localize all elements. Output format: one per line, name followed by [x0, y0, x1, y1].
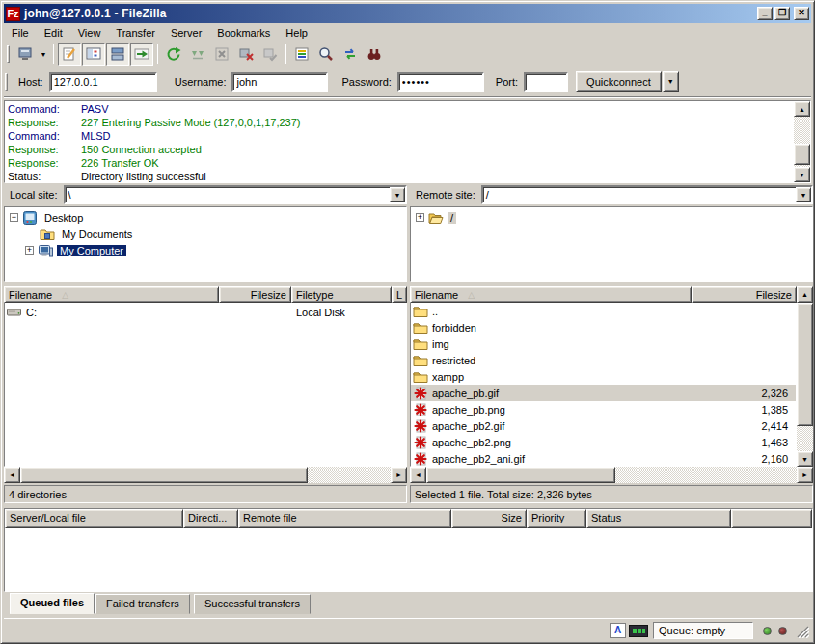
log-scroll-thumb[interactable]	[794, 144, 810, 165]
queue-col-priority[interactable]: Priority	[527, 509, 586, 528]
find-files-button[interactable]	[363, 43, 386, 66]
tree-item-root[interactable]: + /	[416, 209, 456, 226]
remote-hscrollbar[interactable]: ◄ ►	[410, 467, 813, 483]
menu-file[interactable]: File	[4, 25, 37, 40]
toggle-message-log-button[interactable]	[58, 43, 81, 66]
queue-col-remote-file[interactable]: Remote file	[238, 509, 451, 528]
scroll-down-icon[interactable]: ▼	[794, 167, 810, 182]
queue-col-size[interactable]: Size	[451, 509, 527, 528]
tree-item-my-documents[interactable]: My Documents	[40, 226, 135, 242]
host-input[interactable]	[49, 72, 157, 92]
remote-file-row[interactable]: forbidden	[411, 319, 796, 335]
message-log[interactable]: Command:PASV Response:227 Entering Passi…	[4, 100, 811, 183]
transfer-queue[interactable]: Server/Local file Directi... Remote file…	[4, 508, 813, 592]
socket-status-icon[interactable]	[629, 625, 648, 637]
remote-vscroll-thumb[interactable]	[797, 303, 813, 426]
cancel-operation-button[interactable]	[210, 43, 233, 66]
port-input[interactable]	[524, 72, 568, 92]
combo-dropdown-icon[interactable]: ▼	[796, 187, 811, 202]
local-file-list[interactable]: C: Local Disk	[4, 303, 407, 467]
toggle-transfer-queue-button[interactable]	[130, 43, 153, 66]
log-line: Command:PASV	[8, 102, 793, 116]
remote-col-filesize[interactable]: Filesize	[692, 286, 797, 303]
reconnect-button[interactable]	[258, 43, 282, 66]
close-button[interactable]: ✕	[794, 7, 809, 20]
quickconnect-button[interactable]: Quickconnect	[576, 71, 662, 92]
local-site-combo[interactable]: \ ▼	[64, 185, 407, 204]
tab-successful-transfers[interactable]: Successful transfers	[194, 594, 311, 614]
queue-col-local-file[interactable]: Server/Local file	[5, 509, 183, 528]
binoculars-icon	[367, 46, 382, 62]
quickconnect-grip[interactable]	[5, 73, 8, 91]
tab-failed-transfers[interactable]: Failed transfers	[95, 594, 190, 614]
scroll-down-icon[interactable]: ▼	[797, 451, 813, 467]
scroll-right-icon[interactable]: ►	[797, 467, 813, 483]
local-col-last-modified[interactable]: L	[392, 286, 407, 303]
process-queue-button[interactable]	[186, 43, 209, 66]
quickconnect-bar: Host: Username: Password: Port: Quickcon…	[4, 67, 811, 97]
menu-help[interactable]: Help	[278, 25, 315, 40]
scroll-left-icon[interactable]: ◄	[4, 467, 20, 483]
title-bar[interactable]: Fz john@127.0.0.1 - FileZilla _ ❒ ✕	[4, 4, 811, 23]
menu-view[interactable]: View	[70, 25, 109, 40]
remote-tree[interactable]: + /	[410, 206, 813, 282]
local-file-row[interactable]: C: Local Disk	[5, 304, 406, 320]
collapse-icon[interactable]: −	[10, 213, 18, 222]
log-scrollbar[interactable]: ▲ ▼	[794, 101, 810, 182]
scroll-up-icon[interactable]: ▲	[794, 101, 810, 117]
local-hscroll-thumb[interactable]	[20, 467, 308, 483]
remote-file-row[interactable]: xampp	[411, 368, 796, 385]
remote-file-row[interactable]: ..	[411, 303, 796, 319]
queue-col-status[interactable]: Status	[586, 509, 731, 528]
combo-dropdown-icon[interactable]: ▼	[390, 187, 405, 202]
remote-vscrollbar[interactable]: ▼	[797, 303, 813, 467]
remote-file-list[interactable]: .. forbidden img restricted xampp apache…	[410, 303, 797, 467]
remote-site-combo[interactable]: / ▼	[481, 185, 813, 204]
menu-server[interactable]: Server	[163, 25, 209, 40]
menu-transfer[interactable]: Transfer	[108, 25, 163, 40]
scroll-left-icon[interactable]: ◄	[410, 467, 426, 483]
local-tree[interactable]: − Desktop My Documents + My Computer	[4, 206, 407, 282]
transfer-queue-icon	[134, 46, 149, 62]
remote-file-row[interactable]: img	[411, 335, 796, 352]
local-hscrollbar[interactable]: ◄ ►	[4, 467, 407, 483]
ascii-transfer-type-icon[interactable]: A	[610, 623, 626, 638]
maximize-button[interactable]: ❒	[774, 7, 790, 20]
directory-comparison-button[interactable]	[314, 43, 338, 66]
tree-item-my-computer[interactable]: + My Computer	[25, 242, 126, 258]
remote-file-row[interactable]: apache_pb.png 1,385	[411, 401, 796, 417]
toolbar-grip[interactable]	[7, 45, 10, 63]
resize-grip[interactable]	[795, 624, 809, 638]
password-input[interactable]	[397, 72, 484, 92]
directory-listing-filters-button[interactable]	[290, 43, 313, 66]
toggle-local-tree-button[interactable]	[82, 43, 105, 66]
menu-edit[interactable]: Edit	[37, 25, 70, 40]
disconnect-button[interactable]	[234, 43, 258, 66]
remote-file-row-selected[interactable]: apache_pb.gif 2,326	[411, 385, 796, 401]
toggle-remote-tree-button[interactable]	[106, 43, 129, 66]
remote-hscroll-thumb[interactable]	[426, 467, 615, 483]
remote-file-row[interactable]: apache_pb2.gif 2,414	[411, 417, 796, 434]
local-col-filetype[interactable]: Filetype	[291, 286, 392, 303]
menu-bookmarks[interactable]: Bookmarks	[209, 25, 278, 40]
site-manager-button[interactable]	[14, 43, 37, 66]
remote-file-row[interactable]: restricted	[411, 352, 796, 368]
synchronized-browsing-button[interactable]	[339, 43, 362, 66]
scroll-right-icon[interactable]: ►	[391, 467, 407, 483]
remote-col-filename[interactable]: Filename△	[410, 286, 692, 303]
refresh-button[interactable]	[162, 43, 185, 66]
remote-file-row[interactable]: apache_pb2.png 1,463	[411, 434, 796, 450]
expand-icon[interactable]: +	[25, 246, 34, 255]
minimize-button[interactable]: _	[757, 7, 773, 20]
queue-col-direction[interactable]: Directi...	[183, 509, 238, 528]
quickconnect-dropdown[interactable]: ▼	[663, 71, 679, 92]
local-col-filesize[interactable]: Filesize	[219, 286, 291, 303]
remote-file-row[interactable]: apache_pb2_ani.gif 2,160	[411, 450, 796, 467]
username-input[interactable]	[231, 72, 328, 92]
tree-item-desktop[interactable]: − Desktop	[10, 209, 86, 226]
tab-queued-files[interactable]: Queued files	[10, 593, 95, 614]
site-manager-dropdown[interactable]: ▼	[38, 43, 49, 66]
expand-icon[interactable]: +	[416, 213, 424, 222]
local-col-filename[interactable]: Filename△	[4, 286, 219, 303]
scroll-up-icon[interactable]: ▲	[797, 286, 813, 303]
